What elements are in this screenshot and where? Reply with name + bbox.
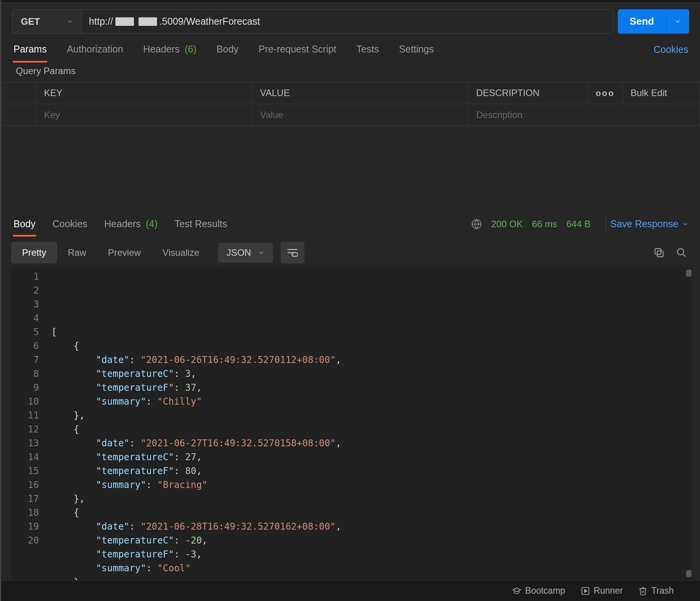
request-panel-spacer [1,126,700,211]
redacted-host-part-2 [139,17,157,26]
url-suffix: .5009/WeatherForecast [159,16,260,27]
response-tabs-row: Body Cookies Headers (4) Test Results 20… [1,211,700,236]
save-response-button[interactable]: Save Response [610,218,688,230]
row-checkbox[interactable] [2,104,36,126]
view-preview[interactable]: Preview [97,242,152,263]
chevron-down-icon [675,19,681,25]
footer-trash[interactable]: Trash [638,586,674,596]
tab-headers[interactable]: Headers (6) [142,37,197,62]
value-input[interactable]: Value [260,110,283,120]
more-dots-icon: ooo [596,88,615,98]
status-size: 644 B [566,219,591,230]
http-method-select[interactable]: GET [12,10,82,33]
play-box-icon [581,586,590,596]
redacted-host-part-1 [115,17,134,26]
search-icon[interactable] [676,247,687,258]
col-header-description: DESCRIPTION [468,82,588,104]
method-url-group: GET http:// .5009/WeatherForecast [12,9,613,34]
response-format-toolbar: Pretty Raw Preview Visualize JSON [1,236,700,267]
wrap-icon [287,248,298,257]
globe-icon[interactable] [471,219,482,230]
response-headers-count: (4) [146,218,158,229]
col-header-key: KEY [36,82,252,104]
chevron-down-icon [258,250,264,256]
bulk-edit-button[interactable]: Bulk Edit [623,82,700,104]
graduation-cap-icon [512,586,521,596]
wrap-lines-button[interactable] [281,242,304,263]
svg-line-7 [683,254,686,257]
status-time: 66 ms [532,219,557,230]
svg-point-6 [678,249,684,255]
content-type-select[interactable]: JSON [218,243,273,263]
request-url-input[interactable]: http:// .5009/WeatherForecast [82,10,613,33]
view-raw[interactable]: Raw [57,242,97,263]
tab-prerequest[interactable]: Pre-request Script [258,37,337,62]
send-button[interactable]: Send [618,9,666,34]
chevron-down-icon [682,221,688,227]
line-gutter: 1234567891011121314151617181920 [11,267,46,580]
scrollbar-thumb[interactable] [686,270,692,277]
footer-bootcamp[interactable]: Bootcamp [512,586,565,596]
send-button-label: Send [629,15,654,27]
chevron-down-icon [67,19,73,25]
response-body-editor[interactable]: 1234567891011121314151617181920 [ { "dat… [11,267,692,580]
divider [606,217,606,231]
send-button-group: Send [618,9,689,34]
cookies-link[interactable]: Cookies [654,44,688,55]
scrollbar-thumb[interactable] [686,570,692,577]
svg-rect-4 [657,251,663,257]
key-input[interactable]: Key [44,110,60,120]
col-header-value: VALUE [252,82,468,104]
svg-rect-5 [655,249,661,255]
query-params-title: Query Params [1,62,700,82]
http-method-label: GET [21,16,40,27]
tab-authorization[interactable]: Authorization [66,37,124,62]
trash-icon [638,586,648,596]
response-tab-headers[interactable]: Headers (4) [103,211,158,236]
table-select-all-col [2,82,36,104]
view-mode-segment: Pretty Raw Preview Visualize [11,242,210,263]
tab-params[interactable]: Params [13,37,47,62]
request-tabs-row: Params Authorization Headers (6) Body Pr… [1,37,700,62]
url-prefix: http:// [89,16,113,27]
tab-tests[interactable]: Tests [356,37,380,62]
view-pretty[interactable]: Pretty [11,242,57,263]
response-tab-testresults[interactable]: Test Results [174,211,228,236]
footer-runner[interactable]: Runner [581,586,623,596]
code-content[interactable]: [ { "date": "2021-06-26T16:49:32.5270112… [46,267,692,580]
query-params-table: KEY VALUE DESCRIPTION ooo Bulk Edit Key … [1,82,700,126]
status-code: 200 OK [491,219,522,230]
table-row: Key Value Description [2,104,700,126]
svg-marker-9 [585,589,587,593]
send-options-button[interactable] [666,9,689,34]
window-top-border [1,0,700,3]
copy-icon[interactable] [654,247,664,258]
response-tab-cookies[interactable]: Cookies [52,211,88,236]
view-visualize[interactable]: Visualize [152,242,210,263]
description-input[interactable]: Description [476,110,522,120]
table-more-button[interactable]: ooo [588,82,622,104]
tab-headers-count: (6) [185,44,197,54]
request-bar: GET http:// .5009/WeatherForecast Send [1,3,700,37]
tab-settings[interactable]: Settings [398,37,435,62]
status-bar: Bootcamp Runner Trash [1,580,700,601]
response-status: 200 OK 66 ms 644 B [491,219,590,230]
tab-body[interactable]: Body [216,37,239,62]
response-tab-body[interactable]: Body [13,211,36,236]
